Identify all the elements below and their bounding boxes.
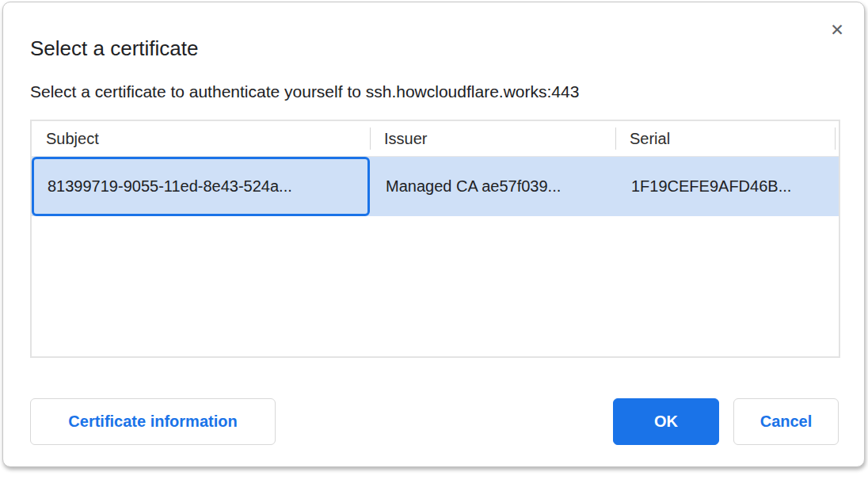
- select-certificate-dialog: ✕ Select a certificate Select a certific…: [2, 2, 865, 467]
- column-header-subject: Subject: [32, 121, 370, 156]
- close-icon[interactable]: ✕: [825, 17, 849, 41]
- cancel-button[interactable]: Cancel: [733, 398, 839, 445]
- certificate-row-selected[interactable]: 81399719-9055-11ed-8e43-524a... Managed …: [32, 157, 839, 216]
- column-header-serial: Serial: [615, 121, 835, 156]
- screen: ✕ Select a certificate Select a certific…: [0, 0, 868, 483]
- cell-subject: 81399719-9055-11ed-8e43-524a...: [32, 157, 370, 216]
- ok-button[interactable]: OK: [613, 398, 719, 445]
- column-header-gutter: [835, 121, 839, 156]
- close-icon-glyph: ✕: [830, 21, 844, 38]
- cell-issuer: Managed CA ae57f039...: [370, 157, 615, 216]
- dialog-title: Select a certificate: [30, 36, 198, 61]
- dialog-subtitle: Select a certificate to authenticate you…: [30, 82, 579, 101]
- cell-serial: 1F19CEFE9AFD46B...: [615, 157, 835, 216]
- table-header-row: Subject Issuer Serial: [32, 121, 839, 157]
- certificate-table: Subject Issuer Serial 81399719-9055-11ed…: [30, 120, 840, 358]
- column-header-issuer: Issuer: [370, 121, 615, 156]
- certificate-information-button[interactable]: Certificate information: [30, 398, 276, 445]
